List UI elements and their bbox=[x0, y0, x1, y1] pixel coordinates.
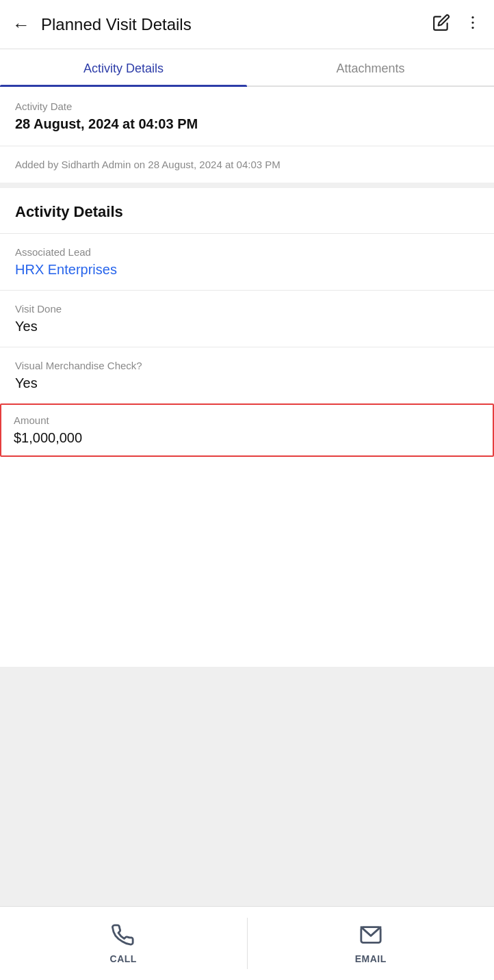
visual-merchandise-block: Visual Merchandise Check? Yes bbox=[0, 347, 494, 403]
activity-date-block: Activity Date 28 August, 2024 at 04:03 P… bbox=[0, 87, 494, 146]
associated-lead-label: Associated Lead bbox=[15, 246, 479, 258]
content-area: Activity Date 28 August, 2024 at 04:03 P… bbox=[0, 87, 494, 667]
associated-lead-value[interactable]: HRX Enterprises bbox=[15, 262, 479, 278]
meta-text: Added by Sidharth Admin on 28 August, 20… bbox=[15, 159, 281, 170]
header: ← Planned Visit Details bbox=[0, 0, 494, 49]
tabs-bar: Activity Details Attachments bbox=[0, 49, 494, 87]
amount-label: Amount bbox=[14, 414, 480, 426]
edit-icon[interactable] bbox=[432, 14, 450, 36]
visual-merchandise-value: Yes bbox=[15, 375, 479, 391]
visit-done-value: Yes bbox=[15, 319, 479, 334]
header-actions bbox=[432, 14, 482, 36]
bottom-navigation: CALL EMAIL bbox=[0, 906, 494, 980]
svg-point-0 bbox=[471, 16, 473, 18]
call-button[interactable]: CALL bbox=[0, 907, 247, 980]
activity-date-label: Activity Date bbox=[15, 101, 479, 112]
visit-done-label: Visit Done bbox=[15, 303, 479, 315]
tab-attachments[interactable]: Attachments bbox=[247, 49, 494, 85]
phone-icon bbox=[112, 923, 135, 949]
svg-point-1 bbox=[471, 21, 473, 23]
email-icon bbox=[359, 923, 382, 949]
more-options-icon[interactable] bbox=[464, 14, 482, 36]
call-label: CALL bbox=[110, 953, 137, 964]
svg-point-2 bbox=[471, 26, 473, 28]
associated-lead-block: Associated Lead HRX Enterprises bbox=[0, 233, 494, 290]
visit-done-block: Visit Done Yes bbox=[0, 290, 494, 347]
empty-area bbox=[0, 667, 494, 906]
back-button[interactable]: ← bbox=[12, 16, 30, 34]
activity-details-section: Activity Details Associated Lead HRX Ent… bbox=[0, 188, 494, 457]
email-button[interactable]: EMAIL bbox=[248, 907, 495, 980]
tab-activity-details[interactable]: Activity Details bbox=[0, 49, 247, 85]
visual-merchandise-label: Visual Merchandise Check? bbox=[15, 360, 479, 371]
page-title: Planned Visit Details bbox=[41, 15, 432, 34]
amount-value: $1,000,000 bbox=[14, 430, 480, 446]
email-label: EMAIL bbox=[355, 953, 387, 964]
activity-date-value: 28 August, 2024 at 04:03 PM bbox=[15, 116, 479, 132]
meta-info: Added by Sidharth Admin on 28 August, 20… bbox=[0, 146, 494, 188]
amount-block: Amount $1,000,000 bbox=[0, 403, 494, 457]
section-title: Activity Details bbox=[0, 188, 494, 233]
